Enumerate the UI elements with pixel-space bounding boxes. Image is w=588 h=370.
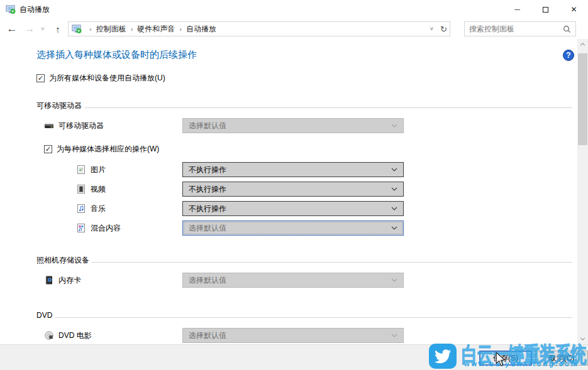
drive-icon	[44, 121, 54, 131]
scrollbar-thumb[interactable]	[578, 53, 587, 145]
minimize-button[interactable]: ─	[503, 0, 531, 19]
removable-drives-group-header: 可移动驱动器	[36, 101, 572, 111]
refresh-button[interactable]: ↻	[438, 22, 450, 36]
scroll-down-icon	[580, 337, 585, 340]
maximize-icon	[543, 7, 548, 13]
removable-drive-row-label: 可移动驱动器	[44, 118, 104, 133]
save-button-label: 保存(S)	[493, 353, 518, 364]
dvd-movie-combobox-value: 选择默认值	[189, 330, 226, 341]
video-icon	[76, 184, 86, 194]
pictures-row-label: 图片	[76, 162, 106, 177]
page-title: 选择插入每种媒体或设备时的后续操作	[36, 49, 197, 61]
music-combobox[interactable]: 不执行操作	[182, 201, 404, 216]
dropdown-chevron-icon	[391, 334, 397, 337]
refresh-icon: ↻	[440, 24, 447, 34]
address-dropdown-button[interactable]: ˅	[426, 22, 438, 36]
content-area: 选择插入每种媒体或设备时的后续操作 ? ✓ 为所有媒体和设备使用自动播放(U) …	[0, 39, 588, 344]
memory-card-combobox: 选择默认值	[182, 273, 404, 288]
music-row-label: 音乐	[76, 201, 106, 216]
music-label: 音乐	[91, 204, 106, 214]
help-button[interactable]: ?	[563, 50, 574, 61]
checkmark-icon: ✓	[45, 146, 51, 153]
window-title: 自动播放	[19, 4, 50, 15]
pictures-combobox-value: 不执行操作	[189, 165, 226, 175]
forward-icon: →	[25, 23, 35, 35]
pictures-combobox[interactable]: 不执行操作	[182, 162, 404, 177]
mixed-content-row-label: 混合内容	[76, 220, 121, 236]
camera-storage-group-title: 照相机存储设备	[36, 255, 89, 266]
up-icon: ↑	[55, 24, 60, 35]
use-autoplay-checkbox[interactable]: ✓	[36, 74, 45, 82]
chevron-down-icon: ˅	[430, 26, 433, 32]
dropdown-chevron-icon	[391, 124, 397, 128]
autoplay-app-icon	[6, 4, 16, 14]
checkmark-icon: ✓	[38, 75, 43, 82]
videos-combobox[interactable]: 不执行操作	[182, 182, 404, 197]
picture-icon	[76, 165, 86, 175]
removable-drive-combobox-value: 选择默认值	[189, 121, 226, 131]
control-panel-icon	[72, 24, 82, 34]
button-bar: 保存(S) 取消(C)	[0, 344, 588, 370]
navigation-bar: ← → ˅ ↑ › 控制面板 › 硬件和声音 › 自动播放 ˅ ↻	[0, 19, 588, 39]
breadcrumb-separator-icon: ›	[175, 25, 186, 33]
removable-drives-group-title: 可移动驱动器	[36, 101, 82, 111]
recent-locations-button[interactable]: ˅	[38, 19, 48, 39]
camera-storage-group-header: 照相机存储设备	[36, 255, 572, 265]
mixed-content-combobox-value: 选择默认值	[189, 223, 226, 234]
maximize-button[interactable]	[531, 0, 560, 19]
group-divider	[92, 262, 572, 263]
breadcrumb-separator-icon: ›	[85, 25, 96, 33]
up-button[interactable]: ↑	[50, 19, 65, 39]
dropdown-chevron-icon	[391, 168, 397, 171]
videos-combobox-value: 不执行操作	[189, 184, 226, 195]
forward-button[interactable]: →	[21, 19, 38, 39]
choose-action-checkbox-label[interactable]: 为每种媒体选择相应的操作(W)	[57, 144, 159, 155]
dvd-movie-combobox: 选择默认值	[182, 328, 404, 343]
group-divider	[55, 317, 572, 318]
dvd-movie-row-label: DVD 电影	[44, 328, 92, 343]
title-bar: 自动播放 ─ ✕	[0, 0, 588, 19]
breadcrumb-control-panel[interactable]: 控制面板	[96, 24, 126, 35]
pictures-label: 图片	[91, 165, 106, 175]
close-icon: ✕	[570, 5, 577, 14]
mixed-content-icon	[76, 223, 86, 233]
help-icon: ?	[566, 51, 570, 60]
scroll-down-button[interactable]	[577, 334, 588, 344]
scroll-up-button[interactable]	[577, 39, 588, 50]
memory-card-row-label: 内存卡	[44, 273, 81, 288]
caption-buttons: ─ ✕	[503, 0, 588, 19]
save-button[interactable]: 保存(S)	[479, 351, 532, 366]
close-button[interactable]: ✕	[560, 0, 588, 19]
search-input[interactable]	[465, 24, 563, 33]
back-button[interactable]: ←	[4, 19, 20, 39]
memory-card-label: 内存卡	[58, 275, 81, 286]
search-box	[464, 21, 576, 36]
search-icon[interactable]	[563, 25, 571, 33]
cancel-button[interactable]: 取消(C)	[535, 351, 588, 366]
music-combobox-value: 不执行操作	[189, 204, 226, 214]
choose-action-checkbox[interactable]: ✓	[44, 145, 52, 153]
videos-label: 视频	[91, 184, 106, 195]
minimize-icon: ─	[514, 5, 520, 14]
dropdown-chevron-icon	[391, 278, 397, 282]
back-icon: ←	[7, 23, 18, 35]
mixed-content-combobox[interactable]: 选择默认值	[182, 220, 404, 236]
vertical-scrollbar[interactable]	[577, 39, 588, 344]
mixed-content-label: 混合内容	[91, 223, 121, 234]
address-bar[interactable]: › 控制面板 › 硬件和声音 › 自动播放 ˅ ↻	[68, 21, 450, 36]
memory-card-combobox-value: 选择默认值	[189, 275, 226, 286]
videos-row-label: 视频	[76, 182, 106, 197]
dvd-movie-label: DVD 电影	[58, 330, 92, 341]
use-autoplay-checkbox-label[interactable]: 为所有媒体和设备使用自动播放(U)	[49, 73, 165, 84]
use-autoplay-checkbox-row: ✓ 为所有媒体和设备使用自动播放(U)	[36, 73, 165, 84]
breadcrumb-hardware-sound[interactable]: 硬件和声音	[137, 24, 175, 35]
removable-drive-label: 可移动驱动器	[58, 121, 104, 131]
choose-action-checkbox-row: ✓ 为每种媒体选择相应的操作(W)	[44, 144, 159, 155]
memory-card-icon	[44, 275, 54, 285]
dropdown-chevron-icon	[391, 187, 397, 191]
removable-drive-combobox: 选择默认值	[182, 118, 404, 133]
dropdown-chevron-icon	[391, 207, 397, 210]
group-divider	[84, 107, 572, 108]
dvd-group-title: DVD	[36, 311, 52, 320]
breadcrumb-autoplay[interactable]: 自动播放	[186, 24, 216, 35]
